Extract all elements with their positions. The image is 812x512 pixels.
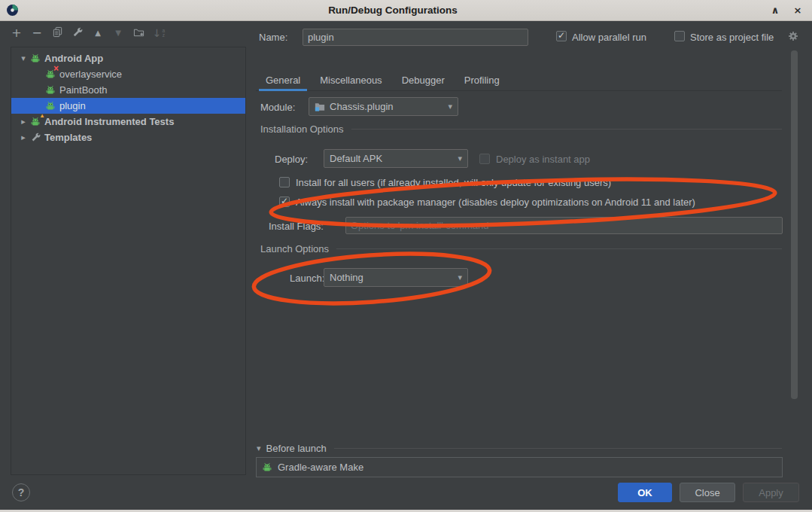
sort-letter-z: z: [163, 33, 166, 38]
add-configuration-button[interactable]: +: [10, 26, 23, 40]
module-dropdown[interactable]: Chassis.plugin ▾: [309, 97, 458, 116]
installation-options-title: Installation Options: [260, 123, 344, 135]
launch-dropdown[interactable]: Nothing ▾: [324, 268, 468, 287]
android-icon: [261, 462, 273, 473]
ok-button[interactable]: OK: [618, 483, 672, 502]
before-launch-header[interactable]: ▾ Before launch: [257, 443, 782, 454]
help-button[interactable]: ?: [12, 483, 30, 501]
tab-miscellaneous[interactable]: Miscellaneous: [310, 69, 391, 90]
run-debug-configurations-dialog: Run/Debug Configurations ∧ × + −: [0, 0, 812, 512]
new-folder-icon: [133, 26, 144, 40]
remove-configuration-button[interactable]: −: [30, 26, 44, 40]
android-icon: [29, 53, 41, 64]
remove-icon: −: [32, 28, 41, 38]
allow-parallel-run-checkbox[interactable]: [556, 31, 567, 41]
close-button[interactable]: Close: [680, 483, 735, 502]
store-as-project-file-label: Store as project file: [690, 32, 774, 43]
launch-value: Nothing: [330, 272, 453, 283]
deploy-dropdown[interactable]: Default APK ▾: [324, 149, 468, 168]
vertical-scrollbar[interactable]: [791, 50, 798, 399]
tree-item-label: Android App: [44, 53, 103, 64]
section-divider: [351, 129, 782, 130]
gradle-aware-make-task: Gradle-aware Make: [278, 462, 363, 473]
create-folder-button[interactable]: [132, 26, 145, 40]
configurations-toolbar: + − ▲ ▼: [10, 26, 166, 40]
tree-item-label: Templates: [44, 132, 92, 143]
module-value: Chassis.plugin: [330, 101, 443, 112]
name-input[interactable]: [303, 29, 528, 46]
move-down-button[interactable]: ▼: [111, 26, 125, 40]
tree-item-plugin-selected[interactable]: plugin: [11, 98, 245, 114]
close-window-icon[interactable]: ×: [789, 5, 806, 16]
tree-item-label: Android Instrumented Tests: [44, 116, 174, 127]
tab-debugger[interactable]: Debugger: [392, 69, 455, 90]
configurations-tree: ▾ Android App overlayservice PaintBooth …: [11, 47, 246, 475]
tree-item-overlayservice[interactable]: overlayservice: [11, 66, 245, 82]
wrench-icon: [72, 27, 83, 40]
android-test-icon: [29, 116, 41, 127]
move-down-icon: ▼: [115, 28, 121, 38]
apply-button[interactable]: Apply: [743, 483, 799, 502]
chevron-right-icon[interactable]: ▸: [17, 117, 29, 126]
deploy-instant-app-checkbox[interactable]: [479, 154, 490, 164]
tree-item-paintbooth[interactable]: PaintBooth: [11, 82, 245, 98]
sort-az-icon: ↓: [153, 28, 162, 38]
tree-item-android-app[interactable]: ▾ Android App: [11, 50, 245, 66]
install-flags-input[interactable]: [345, 217, 783, 234]
install-flags-label: Install Flags:: [269, 221, 324, 232]
section-divider: [334, 448, 782, 449]
wrench-icon: [29, 132, 41, 143]
android-icon: [44, 100, 56, 111]
android-icon: [44, 84, 56, 96]
module-label: Module:: [260, 102, 295, 113]
install-all-users-checkbox[interactable]: [279, 177, 290, 187]
install-all-users-label: Install for all users (if already instal…: [296, 177, 611, 188]
launch-options-header: Launch Options: [260, 243, 782, 254]
name-label: Name:: [259, 32, 287, 43]
tree-item-label: PaintBooth: [59, 84, 108, 96]
collapse-arrow-icon[interactable]: ▾: [257, 443, 261, 453]
tree-item-label: overlayservice: [59, 69, 122, 80]
always-install-package-manager-label: Always install with package manager (dis…: [296, 197, 695, 208]
launch-options-title: Launch Options: [260, 243, 329, 254]
android-error-icon: [44, 69, 56, 80]
move-up-button[interactable]: ▲: [91, 26, 105, 40]
dropdown-arrow-icon: ▾: [458, 273, 462, 282]
chevron-right-icon[interactable]: ▸: [17, 133, 29, 142]
tab-profiling[interactable]: Profiling: [455, 69, 509, 90]
sort-configurations-button[interactable]: ↓ a z: [152, 26, 166, 40]
titlebar: Run/Debug Configurations ∧ ×: [0, 0, 812, 21]
chevron-down-icon[interactable]: ▾: [17, 53, 29, 63]
shade-window-icon[interactable]: ∧: [767, 5, 783, 16]
copy-icon: [52, 26, 63, 40]
section-divider: [336, 248, 782, 249]
configuration-tabs: General Miscellaneous Debugger Profiling: [256, 69, 782, 91]
deploy-instant-app-label: Deploy as instant app: [496, 154, 590, 165]
allow-parallel-run-label: Allow parallel run: [572, 32, 646, 43]
store-as-project-file-checkbox[interactable]: [674, 31, 685, 41]
tree-item-label: plugin: [59, 100, 86, 111]
tree-item-android-instrumented-tests[interactable]: ▸ Android Instrumented Tests: [11, 114, 245, 130]
launch-label: Launch:: [290, 273, 324, 284]
gear-icon[interactable]: [787, 30, 799, 45]
deploy-value: Default APK: [330, 153, 453, 164]
before-launch-task-list[interactable]: Gradle-aware Make: [256, 457, 783, 477]
copy-configuration-button[interactable]: [50, 26, 64, 40]
dropdown-arrow-icon: ▾: [448, 102, 452, 111]
edit-configuration-button[interactable]: [71, 26, 84, 40]
tab-general[interactable]: General: [256, 69, 310, 90]
before-launch-title: Before launch: [266, 443, 327, 454]
dropdown-arrow-icon: ▾: [458, 154, 462, 163]
android-studio-app-icon: [6, 4, 19, 17]
module-folder-icon: [315, 102, 325, 111]
installation-options-header: Installation Options: [260, 123, 782, 135]
move-up-icon: ▲: [95, 28, 101, 38]
tree-item-templates[interactable]: ▸ Templates: [11, 130, 245, 145]
always-install-package-manager-checkbox[interactable]: [279, 197, 290, 207]
window-title: Run/Debug Configurations: [19, 5, 767, 16]
add-icon: +: [11, 28, 21, 38]
deploy-label: Deploy:: [275, 154, 308, 165]
